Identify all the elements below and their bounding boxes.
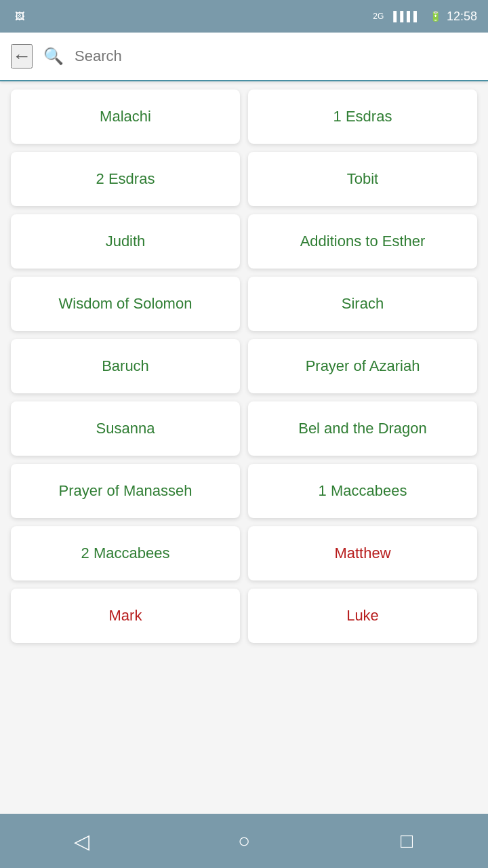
books-grid-container: Malachi1 Esdras2 EsdrasTobitJudithAdditi… — [0, 81, 488, 814]
search-icon: 🔍 — [43, 47, 64, 66]
back-button[interactable]: ← — [11, 44, 33, 68]
book-button-bel-and-the-dragon[interactable]: Bel and the Dragon — [248, 401, 477, 456]
top-bar: ← 🔍 — [0, 33, 488, 81]
book-button-matthew[interactable]: Matthew — [248, 526, 477, 580]
network-label: 2G — [373, 12, 384, 21]
clock: 12:58 — [447, 9, 477, 24]
book-button-2-maccabees[interactable]: 2 Maccabees — [11, 526, 240, 580]
nav-back-button[interactable]: ◁ — [61, 821, 102, 861]
book-button-malachi[interactable]: Malachi — [11, 90, 240, 144]
battery-icon: 🔋 — [430, 11, 441, 22]
screen-icon: 🖼 — [15, 11, 24, 22]
bottom-nav: ◁ ○ □ — [0, 814, 488, 868]
book-button-2-esdras[interactable]: 2 Esdras — [11, 152, 240, 206]
nav-recent-button[interactable]: □ — [386, 821, 427, 861]
book-button-mark[interactable]: Mark — [11, 589, 240, 643]
book-button-additions-to-esther[interactable]: Additions to Esther — [248, 214, 477, 269]
books-grid: Malachi1 Esdras2 EsdrasTobitJudithAdditi… — [11, 90, 477, 643]
book-button-susanna[interactable]: Susanna — [11, 401, 240, 456]
book-button-prayer-of-manasseh[interactable]: Prayer of Manasseh — [11, 464, 240, 518]
book-button-baruch[interactable]: Baruch — [11, 339, 240, 393]
book-button-1-maccabees[interactable]: 1 Maccabees — [248, 464, 477, 518]
nav-home-button[interactable]: ○ — [224, 821, 264, 861]
status-bar: 🖼 2G ▌▌▌▌ 🔋 12:58 — [0, 0, 488, 33]
book-button-luke[interactable]: Luke — [248, 589, 477, 643]
book-button-wisdom-of-solomon[interactable]: Wisdom of Solomon — [11, 277, 240, 331]
signal-icon: ▌▌▌▌ — [393, 11, 420, 22]
book-button-judith[interactable]: Judith — [11, 214, 240, 269]
status-bar-left: 🖼 — [11, 11, 363, 22]
search-input[interactable] — [75, 47, 477, 65]
book-button-prayer-of-azariah[interactable]: Prayer of Azariah — [248, 339, 477, 393]
book-button-tobit[interactable]: Tobit — [248, 152, 477, 206]
book-button-1-esdras[interactable]: 1 Esdras — [248, 90, 477, 144]
book-button-sirach[interactable]: Sirach — [248, 277, 477, 331]
